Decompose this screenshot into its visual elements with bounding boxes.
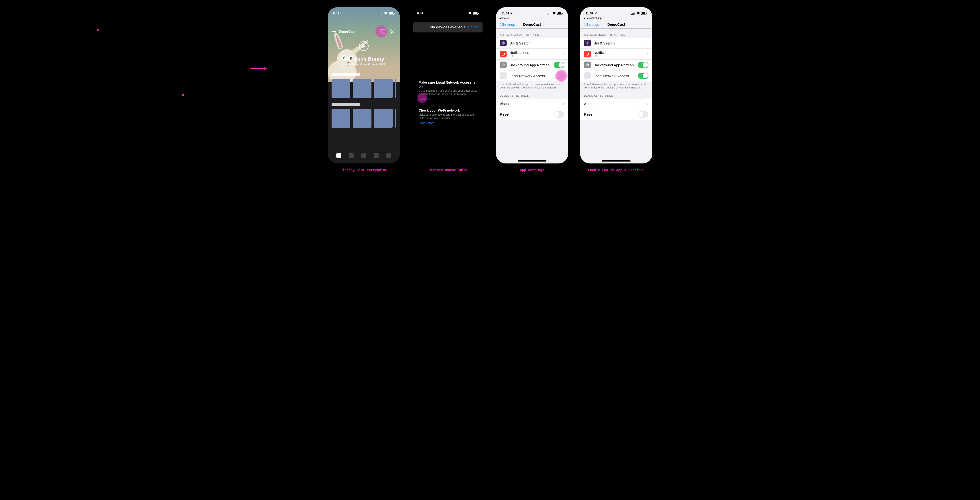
lna-toggle[interactable]	[554, 73, 564, 79]
svg-point-12	[380, 33, 381, 34]
back-settings-button[interactable]: Settings	[584, 22, 599, 27]
tab-5[interactable]	[386, 153, 391, 159]
content-row-1	[332, 79, 396, 98]
cancel-button[interactable]: Cancel	[468, 25, 479, 29]
profile-button[interactable]	[389, 28, 396, 35]
reset-cell: Reset	[580, 109, 652, 120]
battery-icon	[557, 12, 563, 15]
tabbar	[328, 153, 400, 159]
status-time: 9:41	[417, 11, 423, 15]
svg-point-35	[587, 64, 588, 65]
svg-rect-16	[473, 12, 477, 14]
lna-heading: Make sure Local Network Access is on	[418, 81, 477, 88]
svg-rect-29	[646, 13, 647, 14]
about-label: About	[500, 102, 560, 106]
local-network-access-cell: Local Network Access	[580, 70, 652, 81]
tab-2[interactable]	[348, 153, 354, 159]
reset-toggle[interactable]	[554, 111, 564, 117]
battery-icon	[389, 12, 395, 15]
section-title-placeholder	[332, 103, 360, 106]
notifications-cell[interactable]: Notifications Off ›	[496, 49, 568, 60]
content-tile[interactable]	[332, 109, 350, 128]
wifi-heading: Check your Wi-Fi network	[418, 108, 477, 112]
cellular-icon	[379, 12, 383, 15]
battery-icon	[473, 12, 479, 15]
svg-point-30	[586, 41, 589, 44]
allow-access-header: ALLOW DEMOCAST TO ACCESS	[580, 29, 652, 38]
caption-1: Display Cast entrypoint	[340, 168, 387, 172]
background-refresh-toggle[interactable]	[554, 62, 564, 68]
svg-point-33	[588, 52, 589, 54]
notifications-sublabel: Off	[593, 55, 644, 57]
content-tile[interactable]	[395, 109, 396, 128]
svg-point-26	[503, 64, 504, 65]
content-tile[interactable]	[374, 109, 393, 128]
video-subtitle: Peach Open Movie Project, 2008	[328, 63, 400, 66]
wifi-icon	[552, 12, 556, 15]
about-cell[interactable]: About ›	[496, 98, 568, 109]
gear-icon	[584, 62, 591, 68]
notifications-cell[interactable]: Notifications Off ›	[580, 49, 652, 60]
siri-icon	[500, 40, 507, 46]
status-icons	[547, 12, 563, 15]
lna-label: Local Network Access	[509, 74, 551, 78]
chevron-icon: ›	[647, 51, 648, 57]
notifications-sublabel: Off	[509, 55, 560, 57]
svg-rect-17	[478, 13, 479, 14]
status-icons	[631, 12, 647, 15]
phone-app-settings: 11:57 Search Settings DemoCast ALLOW DEM…	[496, 7, 568, 163]
location-icon	[510, 12, 512, 14]
content-tile[interactable]	[353, 109, 371, 128]
lna-icon	[500, 72, 507, 79]
sheet-title: No devices available	[430, 25, 466, 29]
hamburger-icon[interactable]	[332, 30, 336, 33]
content-tile[interactable]	[374, 79, 393, 98]
cellular-icon	[463, 12, 467, 15]
status-time: 9:41	[333, 11, 339, 15]
content-tile[interactable]	[395, 79, 396, 98]
content-row-2	[332, 109, 396, 128]
siri-search-cell[interactable]: Siri & Search ›	[580, 38, 652, 49]
reset-toggle[interactable]	[638, 111, 648, 117]
status-icons	[379, 12, 395, 15]
cellular-icon	[547, 12, 551, 15]
learn-more-link[interactable]: Learn more	[418, 121, 434, 125]
wifi-icon	[468, 12, 472, 15]
about-cell[interactable]: About ›	[580, 98, 652, 109]
siri-search-cell[interactable]: Siri & Search ›	[496, 38, 568, 49]
svg-rect-19	[558, 12, 561, 14]
breadcrumb-search[interactable]: Search	[496, 17, 568, 21]
svg-rect-10	[389, 12, 393, 14]
settings-link[interactable]: Settings	[418, 97, 430, 101]
lna-toggle[interactable]	[638, 73, 648, 79]
battery-icon	[641, 12, 647, 15]
chevron-icon: ›	[563, 101, 564, 106]
content-tile[interactable]	[353, 79, 371, 98]
wifi-text: Make sure your device and the Cast devic…	[418, 113, 477, 120]
tab-4[interactable]	[374, 153, 379, 159]
allow-access-header: ALLOW DEMOCAST TO ACCESS	[496, 29, 568, 38]
wifi-icon	[384, 12, 388, 15]
notifications-label: Notifications	[509, 51, 560, 55]
about-label: About	[584, 102, 644, 106]
reset-cell: Reset	[496, 109, 568, 120]
arrow-1	[76, 28, 102, 32]
tab-home[interactable]	[336, 153, 341, 159]
app-settings-header: DEMOCAST SETTINGS	[580, 89, 652, 98]
notifications-icon	[584, 51, 591, 57]
location-icon	[594, 12, 597, 14]
back-settings-button[interactable]: Settings	[500, 22, 515, 27]
tab-3[interactable]	[361, 153, 366, 159]
cast-button[interactable]	[379, 28, 387, 35]
breadcrumb-app[interactable]: DemoCast app	[580, 17, 652, 21]
svg-point-14	[392, 30, 393, 32]
caption-3: App Settings	[520, 168, 544, 172]
content-tile[interactable]	[332, 79, 350, 98]
gear-icon	[500, 62, 507, 68]
play-button[interactable]	[359, 41, 369, 51]
home-indicator	[602, 160, 631, 162]
home-indicator	[518, 160, 547, 162]
background-refresh-toggle[interactable]	[638, 62, 648, 68]
chevron-icon: ›	[563, 41, 564, 46]
svg-point-22	[503, 42, 504, 44]
